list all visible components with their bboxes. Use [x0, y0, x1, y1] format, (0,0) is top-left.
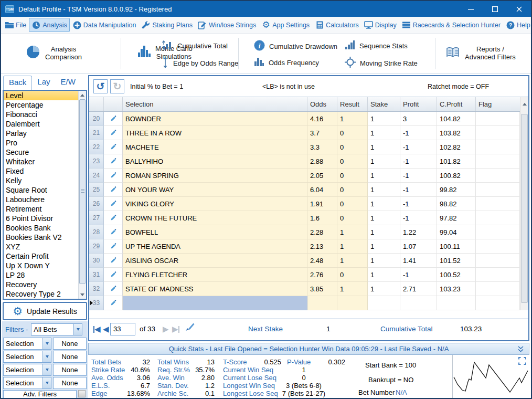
stake-cell[interactable]	[368, 296, 400, 310]
plan-item[interactable]: XYZ	[4, 242, 78, 251]
chevron-down-icon[interactable]	[42, 351, 51, 362]
result-cell[interactable]: 0	[337, 154, 368, 169]
menu-app-settings[interactable]: ⚙ App Settings	[259, 18, 312, 32]
flag-cell[interactable]	[476, 140, 520, 154]
plan-item[interactable]: LP 28	[4, 270, 78, 280]
tab-back[interactable]: Back	[3, 76, 32, 90]
flag-cell[interactable]	[476, 296, 520, 310]
first-record-button[interactable]: ◀	[93, 323, 101, 335]
next-record-button[interactable]: ▶	[163, 323, 169, 335]
menu-winlose-strings[interactable]: Win/lose Strings	[195, 18, 259, 32]
menu-display[interactable]: Display	[361, 18, 399, 32]
sequence-stats-button[interactable]: Sequence Stats	[345, 40, 408, 52]
menu-data-manipulation[interactable]: Data Manipulation	[70, 18, 139, 32]
cprofit-cell[interactable]: 103.82	[437, 126, 476, 140]
odds-cell[interactable]: 3.3	[307, 140, 337, 154]
edit-pencil-button[interactable]	[104, 268, 123, 282]
selection-cell[interactable]: ROMAN SPRING	[123, 169, 307, 183]
update-results-button[interactable]: ⚙ Update Results	[3, 302, 87, 320]
stake-cell[interactable]: 1	[368, 254, 400, 268]
chevron-down-icon[interactable]	[42, 364, 51, 375]
result-cell[interactable]: 0	[337, 140, 368, 154]
stake-cell[interactable]: 1	[368, 239, 400, 254]
flag-cell[interactable]	[476, 183, 520, 197]
edge-by-odds-range-button[interactable]: Edge by Odds Range	[162, 57, 238, 70]
table-scrollbar[interactable]	[520, 97, 528, 319]
menu-file[interactable]: File	[2, 18, 29, 32]
filter-value-button[interactable]: None	[53, 364, 87, 376]
edit-pencil-button[interactable]	[104, 140, 123, 154]
edit-pencil-button[interactable]	[104, 239, 123, 254]
cprofit-cell[interactable]: 99.04	[437, 225, 476, 239]
result-cell[interactable]: 1	[337, 112, 368, 126]
profit-cell[interactable]: -1	[400, 126, 437, 140]
plan-item[interactable]: Parlay	[4, 129, 78, 138]
edit-pencil-button[interactable]	[104, 296, 123, 310]
flag-cell[interactable]	[476, 282, 520, 296]
selection-cell[interactable]: BOWFELL	[123, 225, 307, 239]
odds-cell[interactable]: 2.48	[307, 254, 337, 268]
odds-cell[interactable]: 3.85	[307, 282, 337, 296]
filter-value-button[interactable]: None	[53, 351, 87, 363]
profit-cell[interactable]	[400, 296, 437, 310]
undo-button[interactable]: ↺	[93, 79, 108, 93]
result-cell[interactable]: 1	[337, 225, 368, 239]
cprofit-cell[interactable]: 104.82	[437, 112, 476, 126]
plan-item[interactable]: Bookies Bank	[4, 223, 78, 233]
odds-cell[interactable]: 2.05	[307, 169, 337, 183]
selection-cell[interactable]: UP THE AGENDA	[123, 239, 307, 254]
odds-frequency-button[interactable]: Odds Frequency	[254, 57, 319, 69]
selection-cell[interactable]: FLYING FLETCHER	[123, 268, 307, 282]
plan-item[interactable]: Whitaker	[4, 157, 78, 166]
moving-strike-rate-button[interactable]: Moving Strike Rate	[345, 57, 418, 69]
flag-cell[interactable]	[476, 126, 520, 140]
plan-item[interactable]: Square Root	[4, 185, 78, 195]
result-cell[interactable]: 0	[337, 211, 368, 225]
odds-cell[interactable]	[307, 296, 337, 310]
expand-chart-button[interactable]	[518, 357, 526, 366]
tab-lay[interactable]: Lay	[32, 76, 55, 90]
flag-cell[interactable]	[476, 154, 520, 169]
plan-item[interactable]: 6 Point Divisor	[4, 214, 78, 223]
profit-cell[interactable]: -1	[400, 154, 437, 169]
edit-pencil-button[interactable]	[104, 183, 123, 197]
edit-pencil-button[interactable]	[104, 211, 123, 225]
stake-cell[interactable]: 1	[368, 140, 400, 154]
selection-cell[interactable]: ON YOUR WAY	[123, 183, 307, 197]
filter-value-button[interactable]: None	[53, 377, 87, 389]
edit-pencil-button[interactable]	[104, 112, 123, 126]
selection-cell[interactable]: MACHETE	[123, 140, 307, 154]
result-cell[interactable]: 1	[337, 282, 368, 296]
selection-filter-dropdown[interactable]: Selection	[3, 351, 51, 363]
cprofit-cell[interactable]: 101.52	[437, 254, 476, 268]
plan-item-level[interactable]: Level	[4, 91, 78, 100]
flag-cell[interactable]	[476, 169, 520, 183]
cprofit-cell[interactable]: 102.82	[437, 140, 476, 154]
plan-item[interactable]: Recovery Type 2	[4, 289, 78, 299]
profit-cell[interactable]: 1.41	[400, 254, 437, 268]
result-cell[interactable]: 1	[337, 254, 368, 268]
edit-pencil-button[interactable]	[104, 225, 123, 239]
selection-filter-dropdown[interactable]: Selection	[3, 377, 51, 389]
selection-cell[interactable]: AISLING OSCAR	[123, 254, 307, 268]
close-button[interactable]	[507, 1, 531, 17]
last-record-button[interactable]: ▶	[172, 323, 179, 335]
menu-help[interactable]: ? Help	[503, 18, 532, 32]
stake-cell[interactable]: 1	[368, 126, 400, 140]
scrollbar-thumb[interactable]	[79, 99, 86, 284]
cprofit-cell[interactable]: 100.52	[437, 268, 476, 282]
selection-cell[interactable]: THREE IN A ROW	[123, 126, 307, 140]
stake-cell[interactable]: 1	[368, 197, 400, 211]
planlist-scrollbar[interactable]	[78, 91, 86, 299]
plan-item[interactable]: Certain Profit	[4, 251, 78, 261]
prev-record-button[interactable]: ◀	[103, 323, 109, 335]
reports-advanced-filters-button[interactable]: Reports /Advanced Filters	[446, 45, 516, 61]
filters-dropdown[interactable]: All Bets	[31, 323, 82, 335]
plan-item[interactable]: Percentage	[4, 100, 78, 110]
profit-cell[interactable]: -1	[400, 140, 437, 154]
flag-cell[interactable]	[476, 268, 520, 282]
odds-cell[interactable]: 1.91	[307, 197, 337, 211]
profit-cell[interactable]: -1	[400, 211, 437, 225]
profit-cell[interactable]: -1	[400, 197, 437, 211]
chevron-down-icon[interactable]	[42, 377, 51, 388]
